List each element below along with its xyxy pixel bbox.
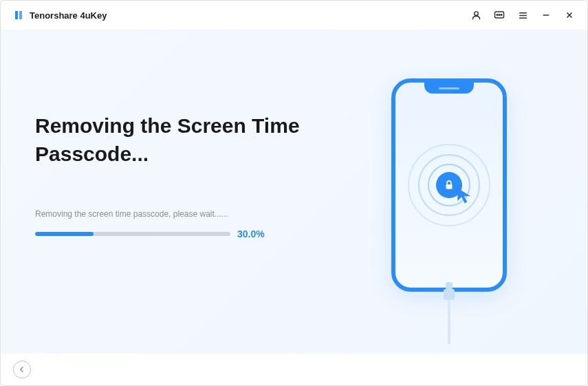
svg-point-12: [448, 186, 450, 187]
phone-notch: [424, 83, 474, 94]
svg-point-3: [499, 14, 500, 16]
feedback-icon[interactable]: [494, 10, 505, 21]
titlebar-left: Tenorshare 4uKey: [13, 10, 107, 21]
progress-percent-label: 30.0%: [237, 228, 265, 239]
app-logo-icon: [13, 10, 24, 21]
back-button[interactable]: [13, 361, 31, 378]
account-icon[interactable]: [470, 10, 481, 21]
left-panel: Removing the Screen Time Passcode... Rem…: [1, 30, 312, 354]
phone-cable: [439, 282, 459, 347]
phone-speaker: [439, 87, 459, 89]
svg-point-0: [474, 11, 478, 15]
minimize-icon[interactable]: [541, 10, 552, 21]
progress-bar: [35, 232, 230, 236]
titlebar-right: [470, 10, 575, 21]
svg-point-4: [501, 14, 502, 16]
svg-rect-14: [444, 289, 455, 300]
app-window: Tenorshare 4uKey: [0, 0, 588, 386]
close-icon[interactable]: [564, 10, 575, 21]
svg-point-2: [497, 14, 498, 16]
svg-rect-13: [446, 282, 453, 289]
progress-row: 30.0%: [35, 228, 312, 239]
footer: [1, 354, 587, 385]
content-area: Removing the Screen Time Passcode... Rem…: [1, 30, 587, 354]
svg-rect-15: [448, 300, 450, 344]
phone-illustration: [391, 78, 507, 292]
cursor-icon: [456, 186, 475, 208]
menu-icon[interactable]: [517, 10, 528, 21]
phone-body: [391, 78, 507, 292]
phone-screen: [408, 144, 490, 226]
main-heading: Removing the Screen Time Passcode...: [35, 112, 312, 168]
progress-fill: [35, 232, 94, 236]
titlebar: Tenorshare 4uKey: [1, 1, 587, 30]
right-panel: [312, 30, 588, 354]
app-title: Tenorshare 4uKey: [30, 10, 107, 21]
status-text: Removing the screen time passcode, pleas…: [35, 209, 312, 219]
